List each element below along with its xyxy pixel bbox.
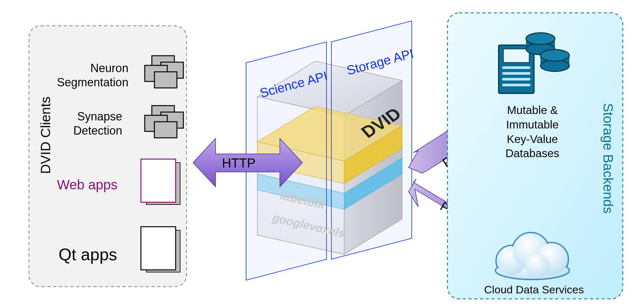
svg-point-48 bbox=[525, 253, 549, 278]
cloud-label: Cloud Data Services bbox=[479, 283, 589, 296]
db-label: Mutable & Immutable Key-Value Databases bbox=[495, 103, 569, 161]
database-server-icon bbox=[486, 26, 576, 97]
right-panel-title: Storage Backends bbox=[600, 103, 616, 214]
svg-rect-31 bbox=[503, 49, 529, 62]
svg-point-39 bbox=[540, 50, 569, 61]
svg-point-35 bbox=[526, 33, 555, 44]
cloud-icon bbox=[483, 225, 579, 280]
